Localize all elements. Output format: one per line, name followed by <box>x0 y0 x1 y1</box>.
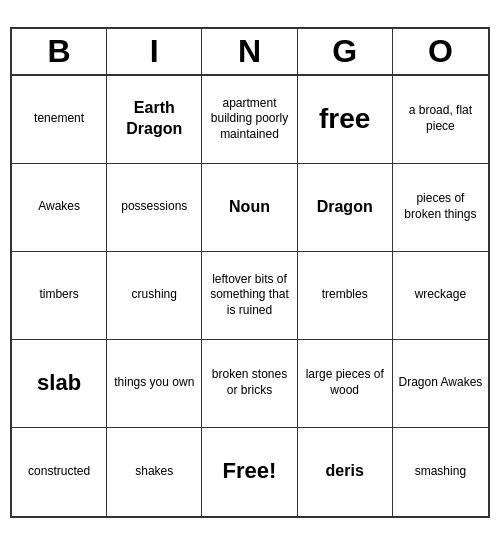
bingo-cell: timbers <box>12 252 107 340</box>
header-o: O <box>393 29 488 74</box>
bingo-cell: wreckage <box>393 252 488 340</box>
bingo-cell: Awakes <box>12 164 107 252</box>
bingo-cell: Dragon Awakes <box>393 340 488 428</box>
header-n: N <box>202 29 297 74</box>
bingo-cell: leftover bits of something that is ruine… <box>202 252 297 340</box>
header-g: G <box>298 29 393 74</box>
bingo-cell: free <box>298 76 393 164</box>
bingo-cell: apartment building poorly maintained <box>202 76 297 164</box>
bingo-cell: pieces of broken things <box>393 164 488 252</box>
bingo-cell: constructed <box>12 428 107 516</box>
header-i: I <box>107 29 202 74</box>
bingo-cell: Noun <box>202 164 297 252</box>
bingo-cell: Earth Dragon <box>107 76 202 164</box>
bingo-cell: a broad, flat piece <box>393 76 488 164</box>
header-b: B <box>12 29 107 74</box>
bingo-cell: crushing <box>107 252 202 340</box>
bingo-cell: Dragon <box>298 164 393 252</box>
bingo-cell: possessions <box>107 164 202 252</box>
bingo-cell: things you own <box>107 340 202 428</box>
bingo-grid: tenementEarth Dragonapartment building p… <box>12 76 488 516</box>
bingo-cell: slab <box>12 340 107 428</box>
bingo-card: B I N G O tenementEarth Dragonapartment … <box>10 27 490 518</box>
bingo-cell: tenement <box>12 76 107 164</box>
bingo-cell: smashing <box>393 428 488 516</box>
bingo-cell: broken stones or bricks <box>202 340 297 428</box>
bingo-cell: Free! <box>202 428 297 516</box>
bingo-header: B I N G O <box>12 29 488 76</box>
bingo-cell: deris <box>298 428 393 516</box>
bingo-cell: shakes <box>107 428 202 516</box>
bingo-cell: trembles <box>298 252 393 340</box>
bingo-cell: large pieces of wood <box>298 340 393 428</box>
